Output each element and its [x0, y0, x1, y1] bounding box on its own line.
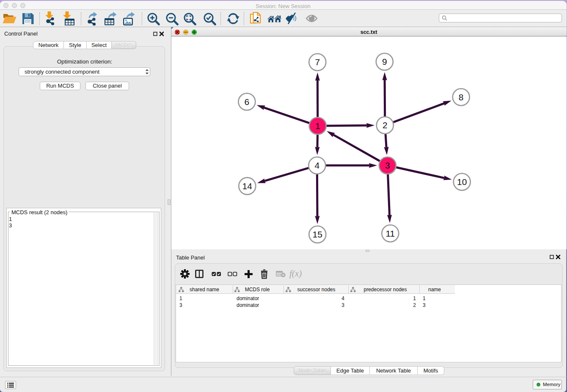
svg-text:3: 3	[385, 160, 390, 170]
svg-text:8: 8	[459, 92, 464, 102]
svg-text:11: 11	[385, 229, 395, 238]
svg-text:4: 4	[314, 160, 319, 170]
svg-text:14: 14	[242, 181, 253, 191]
svg-text:15: 15	[313, 229, 322, 239]
svg-text:1: 1	[315, 121, 320, 131]
svg-text:10: 10	[457, 177, 467, 187]
svg-text:6: 6	[245, 97, 250, 107]
svg-text:7: 7	[315, 57, 320, 67]
svg-text:9: 9	[382, 57, 387, 66]
svg-text:2: 2	[383, 120, 388, 130]
